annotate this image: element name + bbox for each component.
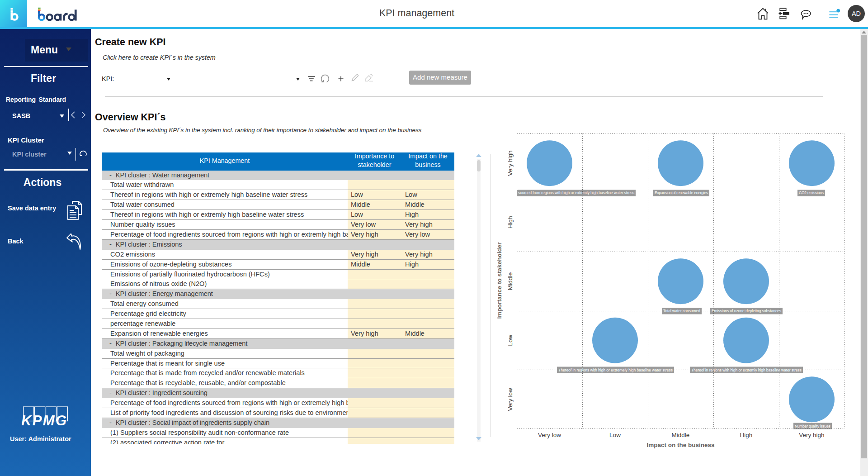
svg-text:Total water consumed: Total water consumed <box>663 309 700 313</box>
svg-text:Number quality issues: Number quality issues <box>795 424 830 428</box>
svg-text:Very low: Very low <box>538 432 561 438</box>
svg-text:High: High <box>507 216 514 228</box>
svg-text:Middle: Middle <box>507 272 514 290</box>
svg-text:Very high: Very high <box>799 432 824 438</box>
svg-text:Very high: Very high <box>507 151 514 176</box>
svg-text:Thereof in regions with high o: Thereof in regions with high or extremel… <box>558 368 673 372</box>
svg-text:Emissions of ozone-depleting s: Emissions of ozone-depleting substances <box>712 309 781 313</box>
svg-text:Middle: Middle <box>672 432 690 438</box>
svg-text:Impact on the business: Impact on the business <box>646 442 714 448</box>
svg-text:Low: Low <box>507 335 514 346</box>
svg-text:CO2 emissions: CO2 emissions <box>799 190 824 195</box>
svg-text:KPMG: KPMG <box>22 413 66 427</box>
svg-text:High: High <box>740 432 753 438</box>
svg-text:Very low: Very low <box>507 388 514 411</box>
svg-text:Importance to stakeholder: Importance to stakeholder <box>497 242 503 319</box>
svg-text:Low: Low <box>609 432 621 438</box>
